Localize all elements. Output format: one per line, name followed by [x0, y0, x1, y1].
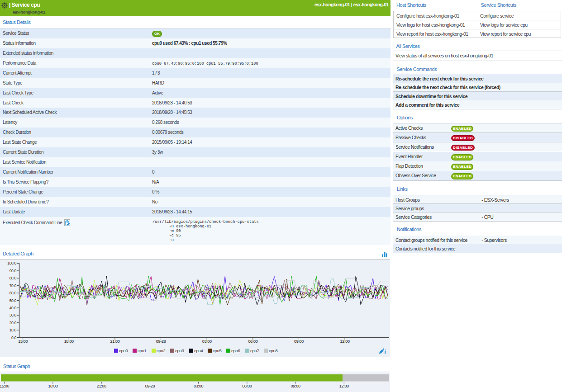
- svg-text:06:00: 06:00: [242, 384, 252, 388]
- svg-text:cpu3: cpu3: [175, 348, 184, 353]
- svg-text:30.0: 30.0: [10, 313, 17, 317]
- svg-text:90.0: 90.0: [10, 269, 17, 273]
- svg-text:12:00: 12:00: [339, 384, 349, 388]
- svg-text:0.0: 0.0: [11, 335, 16, 340]
- svg-text:06:00: 06:00: [248, 339, 257, 344]
- svg-text:15:00: 15:00: [0, 384, 10, 388]
- svg-text:60.0: 60.0: [10, 291, 17, 295]
- svg-text:cpu0: cpu0: [119, 348, 128, 353]
- svg-text:cpu4: cpu4: [194, 348, 203, 353]
- svg-text:cpu7: cpu7: [250, 348, 259, 353]
- svg-text:15:00: 15:00: [18, 339, 28, 344]
- svg-text:18:00: 18:00: [48, 384, 57, 388]
- svg-text:cpu1: cpu1: [138, 348, 146, 353]
- svg-text:cpu2: cpu2: [157, 348, 165, 353]
- svg-text:09:00: 09:00: [291, 384, 300, 388]
- svg-text:80.0: 80.0: [10, 276, 17, 280]
- svg-text:12:00: 12:00: [340, 339, 350, 344]
- svg-text:21:00: 21:00: [97, 384, 106, 388]
- svg-text:cpu6: cpu6: [231, 348, 240, 353]
- svg-text:100.0: 100.0: [7, 261, 16, 265]
- svg-text:40.0: 40.0: [10, 306, 17, 310]
- svg-text:09-28: 09-28: [145, 384, 155, 388]
- svg-text:09:00: 09:00: [294, 339, 304, 344]
- svg-text:cpu5: cpu5: [213, 348, 221, 353]
- svg-text:70.0: 70.0: [10, 283, 17, 288]
- svg-text:18:00: 18:00: [64, 339, 74, 344]
- svg-text:09-28: 09-28: [156, 339, 166, 344]
- svg-text:03:00: 03:00: [202, 339, 212, 344]
- svg-text:cpu8: cpu8: [269, 348, 277, 353]
- svg-text:21:00: 21:00: [110, 339, 119, 344]
- svg-text:10.0: 10.0: [10, 328, 17, 332]
- svg-text:03:00: 03:00: [194, 384, 203, 388]
- svg-text:50.0: 50.0: [10, 298, 17, 303]
- svg-text:i: i: [385, 348, 386, 355]
- svg-text:20.0: 20.0: [10, 321, 17, 325]
